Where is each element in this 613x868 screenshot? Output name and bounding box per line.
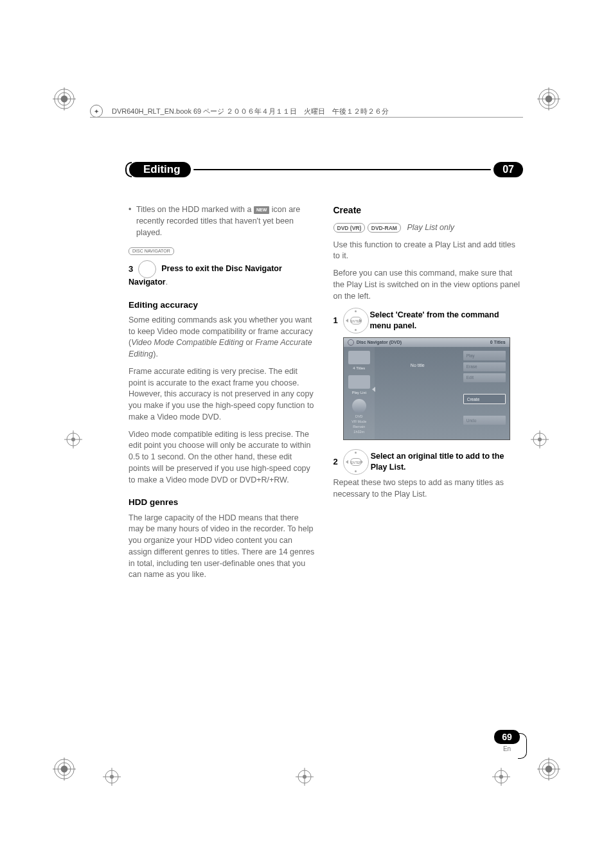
paragraph: Before you can use this command, make su… <box>333 268 520 302</box>
mode-indicator: DVD VR Mode Remain 1h32m <box>351 399 366 434</box>
button-icon <box>138 260 156 278</box>
navigator-suffix: Navigator <box>129 278 166 287</box>
playlist-only-note: Play List only <box>407 223 454 232</box>
ui-center-label: No title <box>375 347 461 439</box>
registration-icon <box>492 768 510 786</box>
chapter-header: Editing 07 <box>125 162 523 177</box>
enter-button-icon: ENTER <box>343 449 366 475</box>
tab-stub-icon <box>518 733 527 759</box>
paragraph: The large capacity of the HDD means that… <box>129 513 315 581</box>
heading-editing-accuracy: Editing accuracy <box>129 299 315 311</box>
right-column: Create DVD (VR) DVD-RAM Play List only U… <box>333 204 520 587</box>
step-number: 3 <box>129 263 133 275</box>
crop-mark-icon <box>537 757 560 781</box>
registration-icon <box>531 430 549 448</box>
menu-edit: Edit <box>463 373 506 382</box>
menu-create: Create <box>463 394 506 404</box>
page-number-badge: 69 En <box>494 730 520 752</box>
registration-icon <box>64 430 82 448</box>
crop-mark-icon <box>53 87 76 111</box>
book-icon: ✦ <box>90 105 103 118</box>
tile-label: Play List <box>351 390 366 396</box>
divider <box>193 169 492 170</box>
dvd-vr-badge: DVD (VR) <box>333 223 366 233</box>
step-3: 3 Press to exit the Disc Navigator <box>129 260 315 278</box>
crop-mark-icon <box>53 757 76 781</box>
disc-labels: DVD (VR) DVD-RAM Play List only <box>333 222 520 234</box>
source-header: ✦ DVR640H_RLT_EN.book 69 ページ ２００６年４月１１日 … <box>90 100 523 123</box>
paragraph: Repeat these two steps to add as many ti… <box>333 477 520 500</box>
tile-label: 4 Titles <box>353 366 365 371</box>
heading-hdd-genres: HDD genres <box>129 496 315 508</box>
menu-erase: Erase <box>463 362 506 371</box>
enter-button-icon: ENTER <box>343 308 365 333</box>
new-badge-icon: NEW <box>254 206 269 214</box>
bullet-item: Titles on the HDD marked with a NEW icon… <box>129 204 315 238</box>
registration-icon <box>103 768 121 786</box>
step-text: Select 'Create' from the command menu pa… <box>369 310 520 333</box>
disc-navigator-badge: DISC NAVIGATOR <box>129 247 174 255</box>
step-1: 1 ENTER Select 'Create' from the command… <box>333 308 520 333</box>
disc-icon <box>348 339 354 346</box>
chapter-number: 07 <box>493 162 523 177</box>
step-2: 2 ENTER Select an original title to add … <box>333 449 520 475</box>
heading-create: Create <box>333 204 520 217</box>
divider <box>90 117 523 118</box>
mode-dial-icon <box>352 399 366 413</box>
source-text: DVR640H_RLT_EN.book 69 ページ ２００６年４月１１日 火曜… <box>112 107 389 116</box>
paragraph: Frame accurate editing is very precise. … <box>129 366 315 423</box>
dvd-ram-badge: DVD-RAM <box>368 223 401 233</box>
menu-undo: Undo <box>463 416 506 425</box>
ui-titlebar: Disc Navigator (DVD) 0 Titles <box>344 338 510 347</box>
chapter-title: Editing <box>129 162 191 177</box>
paragraph: Video mode compatible editing is less pr… <box>129 429 315 486</box>
left-column: Titles on the HDD marked with a NEW icon… <box>129 204 315 587</box>
page-lang: En <box>494 745 520 752</box>
disc-navigator-screenshot: Disc Navigator (DVD) 0 Titles 4 Titles P… <box>343 337 510 440</box>
paragraph: Some editing commands ask you whether yo… <box>129 315 315 360</box>
tile-icon <box>348 351 370 364</box>
tile-icon <box>348 375 370 389</box>
crop-mark-icon <box>537 87 560 111</box>
step-number: 2 <box>333 456 338 468</box>
registration-icon <box>296 768 314 786</box>
paragraph: Use this function to create a Play List … <box>333 240 520 263</box>
page-number: 69 <box>494 730 520 744</box>
ui-sidebar: 4 Titles Play List DVD VR Mode Remain 1h… <box>344 347 375 439</box>
step-text: Select an original title to add to the P… <box>371 451 520 474</box>
step-number: 1 <box>333 315 338 326</box>
ui-menu: Play Erase Edit Create Undo <box>463 351 506 425</box>
title-count: 0 Titles <box>490 339 506 346</box>
menu-play: Play <box>463 351 506 360</box>
step-text: Press to exit the Disc Navigator <box>161 263 282 275</box>
